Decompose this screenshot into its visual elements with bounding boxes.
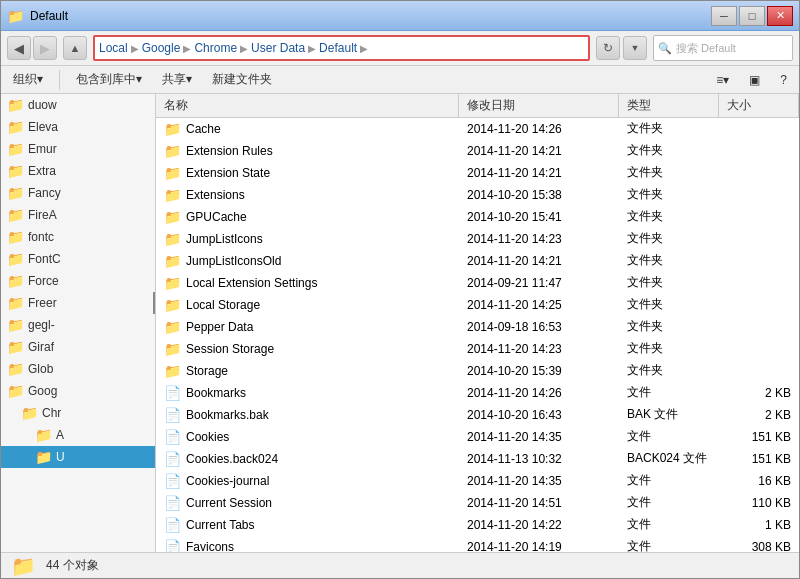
file-name-cell: 📄 Cookies-journal — [156, 473, 459, 489]
folder-icon: 📁 — [35, 427, 52, 443]
col-header-name[interactable]: 名称 — [156, 94, 459, 117]
left-folder-emur[interactable]: 📁Emur — [1, 138, 155, 160]
file-name: Bookmarks — [186, 386, 246, 400]
organize-button[interactable]: 组织▾ — [7, 69, 49, 90]
left-folder-gegl[interactable]: 📁gegl- — [1, 314, 155, 336]
file-type-cell: 文件 — [619, 472, 719, 489]
file-type-cell: BACK024 文件 — [619, 450, 719, 467]
breadcrumb-local[interactable]: Local — [99, 41, 128, 55]
file-row[interactable]: 📄 Cookies-journal 2014-11-20 14:35 文件 16… — [156, 470, 799, 492]
file-row[interactable]: 📁 Local Storage 2014-11-20 14:25 文件夹 — [156, 294, 799, 316]
file-type-cell: 文件 — [619, 494, 719, 511]
left-folder-fancy[interactable]: 📁Fancy — [1, 182, 155, 204]
file-type-icon: 📄 — [164, 451, 181, 467]
minimize-button[interactable]: ─ — [711, 6, 737, 26]
share-button[interactable]: 共享▾ — [156, 69, 198, 90]
left-folder-a[interactable]: 📁A — [1, 424, 155, 446]
breadcrumb-google[interactable]: Google — [142, 41, 181, 55]
left-folder-fontC[interactable]: 📁FontC — [1, 248, 155, 270]
file-type-icon: 📁 — [164, 231, 181, 247]
file-row[interactable]: 📁 JumpListIconsOld 2014-11-20 14:21 文件夹 — [156, 250, 799, 272]
file-row[interactable]: 📁 GPUCache 2014-10-20 15:41 文件夹 — [156, 206, 799, 228]
folder-icon: 📁 — [7, 141, 24, 157]
left-folder-chr[interactable]: 📁Chr — [1, 402, 155, 424]
file-type-icon: 📄 — [164, 407, 181, 423]
file-name: Extensions — [186, 188, 245, 202]
file-name: Cache — [186, 122, 221, 136]
file-row[interactable]: 📁 Local Extension Settings 2014-09-21 11… — [156, 272, 799, 294]
file-size-cell: 16 KB — [719, 474, 799, 488]
file-name-cell: 📄 Bookmarks — [156, 385, 459, 401]
file-name: Cookies-journal — [186, 474, 269, 488]
file-row[interactable]: 📄 Bookmarks.bak 2014-10-20 16:43 BAK 文件 … — [156, 404, 799, 426]
file-type-icon: 📁 — [164, 253, 181, 269]
left-folder-extra[interactable]: 📁Extra — [1, 160, 155, 182]
file-date-cell: 2014-11-20 14:23 — [459, 342, 619, 356]
search-box[interactable]: 🔍 搜索 Default — [653, 35, 793, 61]
file-size-cell: 110 KB — [719, 496, 799, 510]
left-folder-duow[interactable]: 📁duow — [1, 94, 155, 116]
col-header-type[interactable]: 类型 — [619, 94, 719, 117]
file-row[interactable]: 📄 Favicons 2014-11-20 14:19 文件 308 KB — [156, 536, 799, 552]
file-name-cell: 📁 Local Extension Settings — [156, 275, 459, 291]
file-row[interactable]: 📄 Cookies 2014-11-20 14:35 文件 151 KB — [156, 426, 799, 448]
file-row[interactable]: 📁 Extensions 2014-10-20 15:38 文件夹 — [156, 184, 799, 206]
breadcrumb-default[interactable]: Default — [319, 41, 357, 55]
left-folder-force[interactable]: 📁Force — [1, 270, 155, 292]
left-folder-eleva[interactable]: 📁Eleva — [1, 116, 155, 138]
file-date-cell: 2014-11-20 14:22 — [459, 518, 619, 532]
preview-pane-button[interactable]: ▣ — [743, 71, 766, 89]
left-folder-giraf[interactable]: 📁Giraf — [1, 336, 155, 358]
file-size-cell: 151 KB — [719, 430, 799, 444]
file-type-cell: 文件夹 — [619, 252, 719, 269]
file-row[interactable]: 📄 Current Tabs 2014-11-20 14:22 文件 1 KB — [156, 514, 799, 536]
left-folder-fontc[interactable]: 📁fontc — [1, 226, 155, 248]
file-date-cell: 2014-11-20 14:23 — [459, 232, 619, 246]
file-name-cell: 📄 Bookmarks.bak — [156, 407, 459, 423]
left-folder-glob[interactable]: 📁Glob — [1, 358, 155, 380]
file-row[interactable]: 📁 Cache 2014-11-20 14:26 文件夹 — [156, 118, 799, 140]
left-folder-goog[interactable]: 📁Goog — [1, 380, 155, 402]
refresh-button[interactable]: ↻ — [596, 36, 620, 60]
file-row[interactable]: 📄 Bookmarks 2014-11-20 14:26 文件 2 KB — [156, 382, 799, 404]
file-row[interactable]: 📁 Storage 2014-10-20 15:39 文件夹 — [156, 360, 799, 382]
left-folder-firea[interactable]: 📁FireA — [1, 204, 155, 226]
help-button[interactable]: ? — [774, 71, 793, 89]
file-row[interactable]: 📄 Cookies.back024 2014-11-13 10:32 BACK0… — [156, 448, 799, 470]
file-row[interactable]: 📁 JumpListIcons 2014-11-20 14:23 文件夹 — [156, 228, 799, 250]
up-button[interactable]: ▲ — [63, 36, 87, 60]
file-type-icon: 📄 — [164, 539, 181, 553]
breadcrumb-userdata[interactable]: User Data — [251, 41, 305, 55]
dropdown-button[interactable]: ▼ — [623, 36, 647, 60]
file-type-cell: 文件夹 — [619, 208, 719, 225]
breadcrumb: Local ▶ Google ▶ Chrome ▶ User Data ▶ De… — [99, 41, 584, 55]
maximize-button[interactable]: □ — [739, 6, 765, 26]
file-row[interactable]: 📁 Session Storage 2014-11-20 14:23 文件夹 — [156, 338, 799, 360]
new-folder-button[interactable]: 新建文件夹 — [206, 69, 278, 90]
file-name: Current Tabs — [186, 518, 254, 532]
col-header-size[interactable]: 大小 — [719, 94, 799, 117]
include-library-button[interactable]: 包含到库中▾ — [70, 69, 148, 90]
address-bar[interactable]: Local ▶ Google ▶ Chrome ▶ User Data ▶ De… — [93, 35, 590, 61]
file-name: GPUCache — [186, 210, 247, 224]
file-type-cell: 文件夹 — [619, 186, 719, 203]
forward-button[interactable]: ▶ — [33, 36, 57, 60]
back-button[interactable]: ◀ — [7, 36, 31, 60]
window-icon: 📁 — [7, 8, 24, 24]
file-name: Current Session — [186, 496, 272, 510]
file-row[interactable]: 📁 Extension Rules 2014-11-20 14:21 文件夹 — [156, 140, 799, 162]
left-folder-freer[interactable]: 📁Freer — [1, 292, 155, 314]
file-row[interactable]: 📁 Extension State 2014-11-20 14:21 文件夹 — [156, 162, 799, 184]
file-date-cell: 2014-11-20 14:25 — [459, 298, 619, 312]
close-button[interactable]: ✕ — [767, 6, 793, 26]
file-date-cell: 2014-11-20 14:35 — [459, 474, 619, 488]
breadcrumb-chrome[interactable]: Chrome — [194, 41, 237, 55]
file-row[interactable]: 📁 Pepper Data 2014-09-18 16:53 文件夹 — [156, 316, 799, 338]
file-row[interactable]: 📄 Current Session 2014-11-20 14:51 文件 11… — [156, 492, 799, 514]
view-toggle-button[interactable]: ≡▾ — [710, 71, 735, 89]
folder-icon: 📁 — [7, 207, 24, 223]
file-name-cell: 📁 Extension State — [156, 165, 459, 181]
toolbar: 组织▾ 包含到库中▾ 共享▾ 新建文件夹 ≡▾ ▣ ? — [1, 66, 799, 94]
left-folder-u[interactable]: 📁U — [1, 446, 155, 468]
col-header-date[interactable]: 修改日期 — [459, 94, 619, 117]
